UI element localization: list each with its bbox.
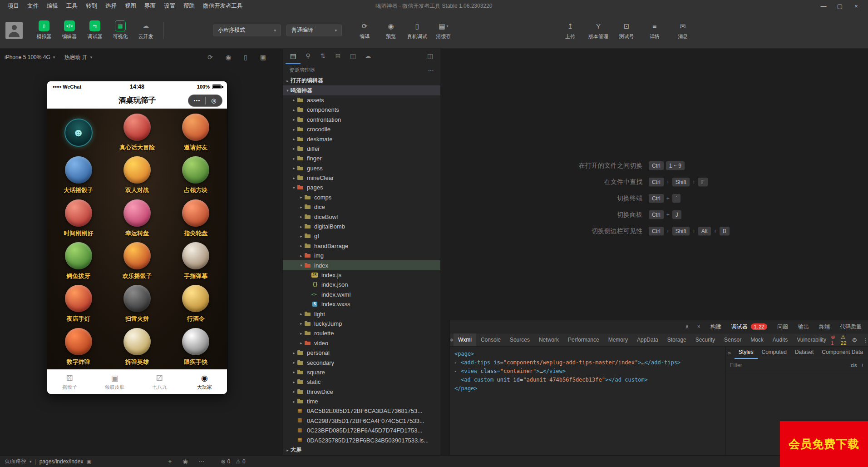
upload-button[interactable]: ↥ 上传 bbox=[557, 21, 583, 40]
game-icon[interactable] bbox=[65, 156, 92, 184]
expand-node-icon[interactable]: ▸ bbox=[454, 367, 461, 376]
tree-expand-icon[interactable]: ▸ bbox=[285, 448, 291, 452]
tree-item[interactable]: ▸ gf bbox=[283, 231, 440, 241]
debug-panel-tab[interactable]: 终端 bbox=[819, 323, 830, 331]
styles-tab[interactable]: Computed bbox=[758, 347, 791, 359]
tree-item[interactable]: ▸ throwDice bbox=[283, 387, 440, 397]
remote-debug-button[interactable]: ▯ 真机调试 bbox=[404, 21, 430, 40]
statusbar-error-count[interactable]: ⊗0 bbox=[221, 458, 230, 465]
tree-item[interactable]: ▸ time bbox=[283, 397, 440, 406]
tree-item[interactable]: index.js bbox=[283, 270, 440, 280]
tree-expand-icon[interactable]: ▸ bbox=[298, 214, 304, 219]
explorer-files-icon[interactable]: ▤ bbox=[286, 49, 301, 64]
tree-expand-icon[interactable]: ▸ bbox=[291, 370, 297, 374]
tree-expand-icon[interactable]: ▸ bbox=[298, 243, 304, 248]
tree-item[interactable]: 0C23BFD085D172BF6A45D7D74FD1753... bbox=[283, 426, 440, 435]
record-icon[interactable]: ◉ bbox=[226, 54, 231, 61]
game-icon[interactable] bbox=[182, 285, 209, 312]
game-icon[interactable] bbox=[182, 114, 209, 141]
tree-item[interactable]: ▸ 打开的编辑器 bbox=[283, 76, 440, 85]
toggle-class-button[interactable]: .cls bbox=[849, 363, 857, 368]
ad-banner[interactable]: 会员免费下载 bbox=[780, 421, 868, 467]
tree-item[interactable]: ▸ roulette bbox=[283, 328, 440, 338]
tree-expand-icon[interactable]: ▸ bbox=[298, 341, 304, 345]
tree-item[interactable]: ▸ img bbox=[283, 251, 440, 260]
game-icon[interactable] bbox=[123, 156, 151, 184]
game-item[interactable]: 鳄鱼拔牙 bbox=[49, 240, 108, 283]
menu-item[interactable]: 文件 bbox=[23, 0, 43, 12]
devtools-tab[interactable]: Console bbox=[476, 333, 505, 346]
styles-tab[interactable]: Dataset bbox=[791, 347, 818, 359]
devtools-tab[interactable]: Mock bbox=[746, 333, 768, 346]
game-item[interactable]: 大话摇骰子 bbox=[49, 154, 108, 197]
game-item[interactable]: 行酒令 bbox=[167, 283, 225, 325]
phone-tab[interactable]: ▣ 领取皮肤 bbox=[92, 370, 137, 394]
kebab-menu-icon[interactable]: ⋮ bbox=[863, 337, 868, 343]
tree-item[interactable]: ▸ deskmate bbox=[283, 134, 440, 144]
menu-item[interactable]: 转到 bbox=[82, 0, 101, 12]
page-path-control[interactable]: 页面路径 ▾ | pages/index/index ▣ bbox=[5, 457, 91, 465]
devtools-tab[interactable]: Memory bbox=[604, 333, 632, 346]
tree-expand-icon[interactable]: ▾ bbox=[298, 263, 304, 268]
close-panel-icon[interactable]: × bbox=[697, 323, 700, 330]
menu-item[interactable]: 视图 bbox=[121, 0, 140, 12]
minimize-button[interactable]: — bbox=[815, 0, 832, 12]
tree-item[interactable]: index.wxml bbox=[283, 290, 440, 299]
copy-icon[interactable]: ▣ bbox=[86, 458, 91, 464]
panel-layout-icon[interactable]: ◫ bbox=[423, 49, 438, 64]
tree-expand-icon[interactable]: ▸ bbox=[291, 98, 297, 102]
tree-item[interactable]: ▸ digitalBomb bbox=[283, 222, 440, 231]
tree-item[interactable]: ▸ static bbox=[283, 377, 440, 387]
tree-item[interactable]: index.json bbox=[283, 280, 440, 289]
tree-expand-icon[interactable]: ▸ bbox=[291, 176, 297, 180]
tree-item[interactable]: ▸ confrontation bbox=[283, 115, 440, 124]
debugger-toggle-button[interactable]: ⇆ 调试器 bbox=[83, 20, 107, 40]
devtools-tab[interactable]: Performance bbox=[563, 333, 604, 346]
tree-item[interactable]: index.wxss bbox=[283, 299, 440, 309]
tree-expand-icon[interactable]: ▸ bbox=[291, 117, 297, 122]
tree-item[interactable]: ▸ guess bbox=[283, 164, 440, 173]
tree-item[interactable]: ▾ index bbox=[283, 260, 440, 270]
refresh-icon[interactable]: ⟳ bbox=[207, 54, 213, 61]
devtools-tab[interactable]: Sources bbox=[505, 333, 534, 346]
source-control-icon[interactable]: ⇅ bbox=[316, 49, 330, 64]
debug-panel-tab[interactable]: 调试器 1, 22 bbox=[731, 323, 767, 331]
cloud-dev-button[interactable]: ☁ 云开发 bbox=[133, 20, 158, 40]
game-icon[interactable] bbox=[123, 328, 151, 355]
hot-reload-select[interactable]: 热启动 开 ▾ bbox=[64, 54, 92, 61]
compile-button[interactable]: ⟳ 编译 bbox=[352, 21, 377, 40]
debug-panel-tab[interactable]: 输出 bbox=[798, 323, 809, 331]
maximize-button[interactable]: ▢ bbox=[832, 0, 848, 12]
tree-item[interactable]: ▸ comps bbox=[283, 193, 440, 202]
devtools-tab[interactable]: Wxml bbox=[454, 333, 476, 346]
tree-item[interactable]: 0AC2987385D172BF6CA4F074C5C17533... bbox=[283, 416, 440, 426]
device-select[interactable]: iPhone 5 100% 4G ▾ bbox=[5, 54, 55, 60]
game-item[interactable]: 眼疾手快 bbox=[167, 326, 225, 368]
more-icon[interactable]: ⋯ bbox=[428, 67, 434, 74]
wxml-code-line[interactable]: </page> bbox=[454, 384, 721, 393]
menu-item[interactable]: 设置 bbox=[160, 0, 179, 12]
tree-expand-icon[interactable]: ▸ bbox=[291, 156, 297, 161]
profile-icon[interactable]: ☻ bbox=[64, 119, 93, 147]
capsule-more-icon[interactable]: ⋯ bbox=[188, 95, 205, 106]
tree-item[interactable]: ▸ finger bbox=[283, 154, 440, 163]
game-icon[interactable] bbox=[123, 199, 151, 227]
inspect-element-icon[interactable]: ⌖ bbox=[450, 336, 454, 344]
tree-item[interactable]: ▸ personal bbox=[283, 348, 440, 358]
game-icon[interactable] bbox=[123, 114, 151, 141]
tree-item[interactable]: 0AC5B2E085D172BF6CA3DAE73681753... bbox=[283, 406, 440, 416]
menu-item[interactable]: 微信开发者工具 bbox=[199, 0, 247, 12]
tree-item[interactable]: ▸ assets bbox=[283, 95, 440, 105]
game-item[interactable]: 拆弹英雄 bbox=[108, 326, 166, 368]
game-icon[interactable] bbox=[65, 285, 92, 312]
tree-item[interactable]: ▾ 喝酒神器 bbox=[283, 85, 440, 95]
devtools-tab[interactable]: Storage bbox=[663, 333, 691, 346]
tree-expand-icon[interactable]: ▸ bbox=[291, 351, 297, 355]
tree-expand-icon[interactable]: ▸ bbox=[298, 331, 304, 336]
tree-expand-icon[interactable]: ▸ bbox=[298, 224, 304, 229]
game-item[interactable]: 扫雷火拼 bbox=[108, 283, 166, 325]
profile-item[interactable]: ☻ bbox=[49, 111, 108, 154]
tree-expand-icon[interactable]: ▾ bbox=[291, 185, 297, 190]
game-icon[interactable] bbox=[182, 328, 209, 355]
tree-expand-icon[interactable]: ▸ bbox=[291, 127, 297, 132]
